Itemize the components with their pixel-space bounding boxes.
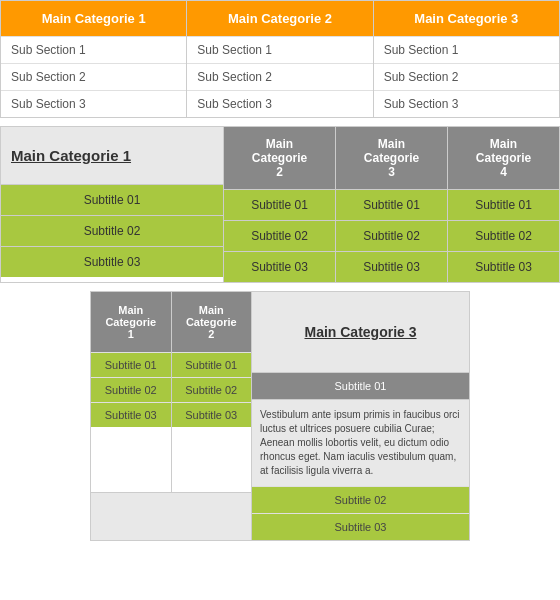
s2-col-2: Main Categorie 3Subtitle 01Subtitle 02Su…: [336, 127, 448, 282]
s2-row-1-2[interactable]: Subtitle 03: [224, 251, 335, 282]
s2-row-3-2[interactable]: Subtitle 03: [448, 251, 559, 282]
s3-left-header-1: Main Categorie 2: [172, 292, 252, 352]
s3-left-row-1-2[interactable]: Subtitle 03: [172, 402, 252, 427]
s3-right-header: Main Categorie 3: [252, 292, 469, 372]
s1-row-0-2[interactable]: Sub Section 3: [1, 90, 186, 117]
s3-left-row-0-1[interactable]: Subtitle 02: [91, 377, 171, 402]
s2-header-3: Main Categorie 4: [448, 127, 559, 189]
s1-row-2-1[interactable]: Sub Section 2: [374, 63, 559, 90]
s2-row-1-1[interactable]: Subtitle 02: [224, 220, 335, 251]
s1-header-0: Main Categorie 1: [1, 1, 186, 36]
s1-row-1-2[interactable]: Sub Section 3: [187, 90, 372, 117]
s1-row-2-0[interactable]: Sub Section 1: [374, 36, 559, 63]
s2-header-0: Main Categorie 1: [1, 127, 223, 184]
s3-active-subtitle[interactable]: Subtitle 01: [252, 372, 469, 399]
s3-left-col-1: Main Categorie 2Subtitle 01Subtitle 02Su…: [172, 292, 252, 492]
s3-left-row-1-1[interactable]: Subtitle 02: [172, 377, 252, 402]
s2-row-0-2[interactable]: Subtitle 03: [1, 246, 223, 277]
s2-row-2-2[interactable]: Subtitle 03: [336, 251, 447, 282]
s2-header-2: Main Categorie 3: [336, 127, 447, 189]
s2-row-2-0[interactable]: Subtitle 01: [336, 189, 447, 220]
s1-header-2: Main Categorie 3: [374, 1, 559, 36]
s1-row-2-2[interactable]: Sub Section 3: [374, 90, 559, 117]
section3: Main Categorie 1Subtitle 01Subtitle 02Su…: [90, 291, 470, 541]
s2-col-3: Main Categorie 4Subtitle 01Subtitle 02Su…: [448, 127, 559, 282]
s2-row-1-0[interactable]: Subtitle 01: [224, 189, 335, 220]
s3-left: Main Categorie 1Subtitle 01Subtitle 02Su…: [91, 292, 251, 540]
s3-right: Main Categorie 3Subtitle 01Vestibulum an…: [251, 292, 469, 540]
s3-left-row-0-2[interactable]: Subtitle 03: [91, 402, 171, 427]
s3-left-row-1-0[interactable]: Subtitle 01: [172, 352, 252, 377]
section2: Main Categorie 1Subtitle 01Subtitle 02Su…: [0, 126, 560, 283]
s3-subtitle-0[interactable]: Subtitle 02: [252, 486, 469, 513]
s1-row-0-1[interactable]: Sub Section 2: [1, 63, 186, 90]
s2-row-3-1[interactable]: Subtitle 02: [448, 220, 559, 251]
s2-row-3-0[interactable]: Subtitle 01: [448, 189, 559, 220]
s1-row-0-0[interactable]: Sub Section 1: [1, 36, 186, 63]
s1-col-1: Main Categorie 2Sub Section 1Sub Section…: [187, 1, 373, 117]
s3-description: Vestibulum ante ipsum primis in faucibus…: [252, 399, 469, 486]
s3-left-header-0: Main Categorie 1: [91, 292, 171, 352]
s2-header-1: Main Categorie 2: [224, 127, 335, 189]
s1-col-2: Main Categorie 3Sub Section 1Sub Section…: [374, 1, 559, 117]
s3-left-row-0-0[interactable]: Subtitle 01: [91, 352, 171, 377]
s2-row-2-1[interactable]: Subtitle 02: [336, 220, 447, 251]
s3-left-footer: [91, 492, 251, 540]
s3-left-cols: Main Categorie 1Subtitle 01Subtitle 02Su…: [91, 292, 251, 492]
s1-col-0: Main Categorie 1Sub Section 1Sub Section…: [1, 1, 187, 117]
s1-header-1: Main Categorie 2: [187, 1, 372, 36]
s3-left-col-0: Main Categorie 1Subtitle 01Subtitle 02Su…: [91, 292, 172, 492]
s1-row-1-1[interactable]: Sub Section 2: [187, 63, 372, 90]
section1: Main Categorie 1Sub Section 1Sub Section…: [0, 0, 560, 118]
s2-row-0-0[interactable]: Subtitle 01: [1, 184, 223, 215]
s1-row-1-0[interactable]: Sub Section 1: [187, 36, 372, 63]
s2-col-0: Main Categorie 1Subtitle 01Subtitle 02Su…: [1, 127, 224, 282]
s2-row-0-1[interactable]: Subtitle 02: [1, 215, 223, 246]
s2-col-1: Main Categorie 2Subtitle 01Subtitle 02Su…: [224, 127, 336, 282]
s3-subtitle-1[interactable]: Subtitle 03: [252, 513, 469, 540]
